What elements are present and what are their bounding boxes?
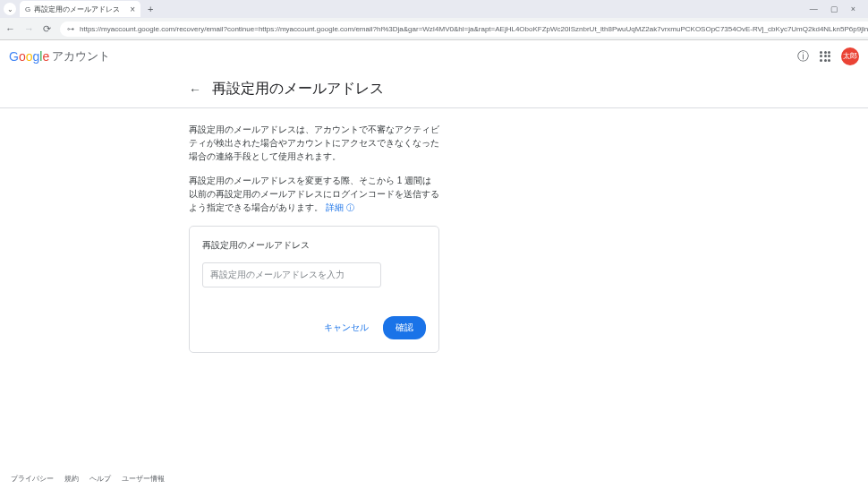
title-row: ← 再設定用のメールアドレス (0, 73, 868, 108)
recovery-email-card: 再設定用のメールアドレス キャンセル 確認 (189, 226, 439, 353)
close-window-icon[interactable]: × (851, 4, 855, 13)
footer-help-link[interactable]: ヘルプ (89, 474, 111, 484)
browser-toolbar: ← → ⟳ ⊶ https://myaccount.google.com/rec… (0, 18, 868, 39)
reload-button[interactable]: ⟳ (43, 23, 51, 35)
address-bar[interactable]: ⊶ https://myaccount.google.com/recovery/… (60, 21, 868, 37)
browser-chrome: ⌄ G 再設定用のメールアドレス × + — ▢ × ← → ⟳ ⊶ https… (0, 0, 868, 40)
minimize-icon[interactable]: — (810, 4, 818, 13)
footer: プライバシー 規約 ヘルプ ユーザー情報 (0, 468, 868, 489)
page-title: 再設定用のメールアドレス (212, 80, 384, 99)
google-favicon-icon: G (25, 5, 30, 13)
window-controls: — ▢ × (810, 4, 864, 13)
content: 再設定用のメールアドレスは、アカウントで不審なアクティビティが検出された場合やア… (189, 108, 679, 353)
site-info-icon[interactable]: ⊶ (67, 25, 74, 33)
new-tab-button[interactable]: + (144, 4, 157, 14)
page-header: Google アカウント ⓘ 太郎 (0, 40, 868, 73)
url-text: https://myaccount.google.com/recovery/em… (80, 25, 868, 33)
maximize-icon[interactable]: ▢ (830, 4, 838, 13)
card-label: 再設定用のメールアドレス (202, 239, 426, 252)
browser-tab[interactable]: G 再設定用のメールアドレス × (20, 1, 140, 17)
tab-title: 再設定用のメールアドレス (34, 4, 126, 14)
forward-button[interactable]: → (24, 23, 34, 34)
tab-search-dropdown[interactable]: ⌄ (4, 3, 16, 15)
back-arrow-icon[interactable]: ← (189, 82, 201, 97)
confirm-button[interactable]: 確認 (383, 316, 426, 339)
card-actions: キャンセル 確認 (202, 316, 426, 339)
help-circle-icon: ⓘ (346, 203, 354, 212)
footer-userinfo-link[interactable]: ユーザー情報 (122, 474, 165, 484)
intro-paragraph-1: 再設定用のメールアドレスは、アカウントで不審なアクティビティが検出された場合やア… (189, 123, 439, 163)
intro-paragraph-2: 再設定用のメールアドレスを変更する際、そこから 1 週間は以前の再設定用のメール… (189, 174, 439, 215)
google-logo[interactable]: Google (9, 49, 49, 64)
detail-link[interactable]: 詳細 ⓘ (326, 202, 354, 212)
footer-terms-link[interactable]: 規約 (64, 474, 79, 484)
back-button[interactable]: ← (5, 23, 15, 34)
recovery-email-input[interactable] (202, 262, 381, 287)
close-tab-icon[interactable]: × (130, 4, 135, 14)
apps-icon[interactable] (820, 51, 830, 62)
footer-privacy-link[interactable]: プライバシー (11, 474, 54, 484)
account-label: アカウント (52, 48, 110, 64)
help-icon[interactable]: ⓘ (797, 48, 809, 64)
tab-bar: ⌄ G 再設定用のメールアドレス × + — ▢ × (0, 0, 868, 18)
cancel-button[interactable]: キャンセル (324, 322, 369, 334)
avatar[interactable]: 太郎 (841, 47, 859, 65)
